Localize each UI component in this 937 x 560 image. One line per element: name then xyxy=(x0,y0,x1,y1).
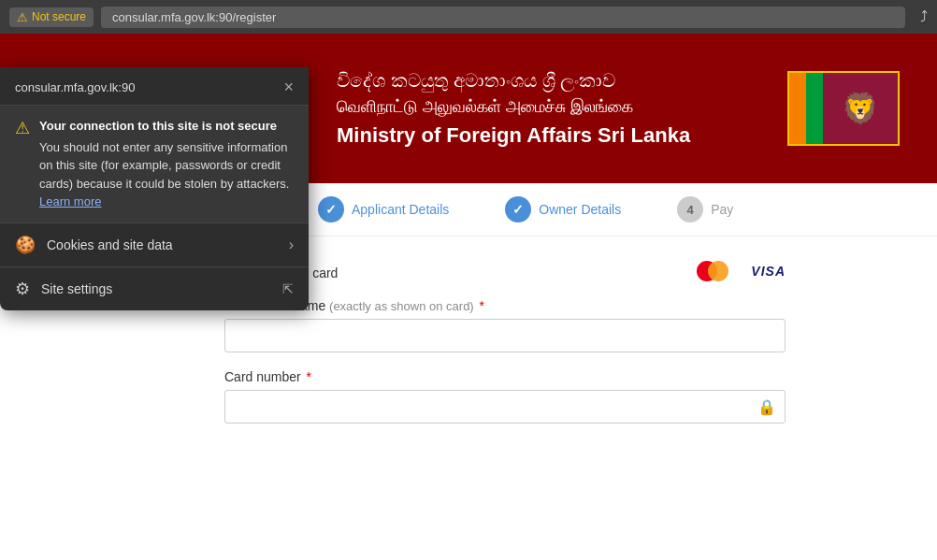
site-settings-label: Site settings xyxy=(41,281,112,296)
flag-maroon-section: 🦁 xyxy=(823,73,898,144)
cookies-menu-left: 🍪 Cookies and site data xyxy=(15,235,173,255)
site-settings-menu-left: ⚙ Site settings xyxy=(15,279,112,299)
cardholder-input-wrapper xyxy=(224,319,786,352)
cardholder-name-input[interactable] xyxy=(224,319,786,352)
site-settings-menu-item[interactable]: ⚙ Site settings ⇱ xyxy=(0,266,309,310)
warning-icon: ⚠ xyxy=(17,10,28,24)
browser-bar: ⚠ Not secure consular.mfa.gov.lk:90/regi… xyxy=(0,0,937,34)
step-payment-label[interactable]: Pay xyxy=(711,202,733,217)
popup-warning-text: Your connection to this site is not secu… xyxy=(39,117,294,211)
card-number-label-text: Card number xyxy=(224,369,301,384)
visa-icon: VISA xyxy=(751,264,786,279)
popup-close-button[interactable]: × xyxy=(283,79,294,95)
popup-warning-title: Your connection to this site is not secu… xyxy=(39,117,294,136)
sinhala-text: විදේශ කටයුතු අමාතාංශය ශ්‍රී ලංකාව xyxy=(337,66,769,94)
url-bar[interactable]: consular.mfa.gov.lk:90/register xyxy=(101,7,905,28)
mastercard-yellow-circle xyxy=(708,261,728,281)
lock-icon: 🔒 xyxy=(757,398,776,416)
card-number-input-wrapper: 🔒 xyxy=(224,390,786,424)
mastercard-icon xyxy=(697,261,730,281)
step-payment-icon: 4 xyxy=(677,196,703,223)
step-applicant-label[interactable]: Applicant Details xyxy=(352,202,449,217)
not-secure-label: Not secure xyxy=(32,10,86,23)
sri-lanka-flag: 🦁 xyxy=(787,71,900,146)
popup-warning-body: You should not enter any sensitive infor… xyxy=(39,140,289,191)
cardholder-name-row: Cardholder name (exactly as shown on car… xyxy=(224,298,786,352)
card-number-label: Card number * xyxy=(224,369,786,384)
page-content: consular.mfa.gov.lk:90 × ⚠ Your connecti… xyxy=(0,34,937,560)
flag-orange-stripe xyxy=(789,73,806,144)
payment-section-header: Credit or Debit card VISA xyxy=(224,265,786,281)
step-payment: 4 Pay xyxy=(677,196,733,223)
popup-warning-icon: ⚠ xyxy=(15,118,30,211)
settings-icon: ⚙ xyxy=(15,279,30,299)
cookies-icon: 🍪 xyxy=(15,235,36,255)
share-icon[interactable]: ⤴ xyxy=(920,8,928,25)
payment-icons: VISA xyxy=(697,261,786,281)
cardholder-required: * xyxy=(480,298,484,313)
cookies-label: Cookies and site data xyxy=(47,237,173,252)
popup-header: consular.mfa.gov.lk:90 × xyxy=(0,67,309,106)
step-applicant: ✓ Applicant Details xyxy=(318,196,449,223)
not-secure-badge[interactable]: ⚠ Not secure xyxy=(9,7,94,27)
english-text: Ministry of Foreign Affairs Sri Lanka xyxy=(337,120,769,151)
cardholder-label: Cardholder name (exactly as shown on car… xyxy=(224,298,786,313)
step-applicant-icon: ✓ xyxy=(318,196,344,223)
security-popup: consular.mfa.gov.lk:90 × ⚠ Your connecti… xyxy=(0,67,309,310)
cookies-arrow-icon: › xyxy=(289,237,294,253)
card-number-required: * xyxy=(307,369,311,384)
tamil-text: வெளிநாட்டு அலுவல்கள் அமைச்சு இலங்கை xyxy=(337,94,769,120)
cookies-menu-item[interactable]: 🍪 Cookies and site data › xyxy=(0,223,309,266)
learn-more-link[interactable]: Learn more xyxy=(39,194,101,208)
card-number-row: Card number * 🔒 xyxy=(224,369,786,424)
card-number-input[interactable] xyxy=(224,390,786,424)
step-owner: ✓ Owner Details xyxy=(505,196,621,223)
flag-lion-symbol: 🦁 xyxy=(842,91,879,126)
cardholder-hint: (exactly as shown on card) xyxy=(329,299,474,313)
popup-warning-section: ⚠ Your connection to this site is not se… xyxy=(0,106,309,223)
popup-domain: consular.mfa.gov.lk:90 xyxy=(15,80,135,94)
site-settings-external-icon: ⇱ xyxy=(282,281,294,296)
step-owner-label[interactable]: Owner Details xyxy=(539,202,621,217)
step-owner-icon: ✓ xyxy=(505,196,531,223)
flag-green-stripe xyxy=(806,73,823,144)
